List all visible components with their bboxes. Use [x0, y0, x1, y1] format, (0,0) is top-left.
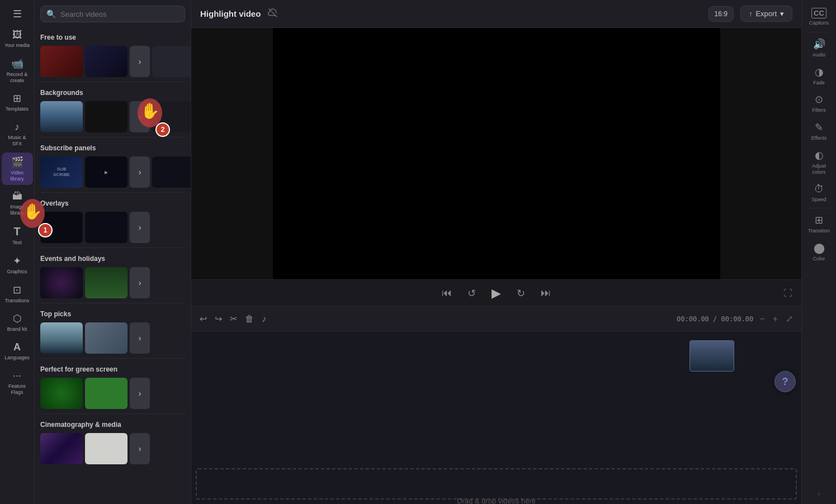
add-audio-button[interactable]: ♪: [260, 312, 268, 326]
top-picks-more-btn[interactable]: ›: [130, 322, 150, 354]
record-icon: 📹: [11, 58, 23, 70]
sidebar-item-record-create[interactable]: 📹 Record & create: [2, 54, 33, 87]
top-picks-thumb-1[interactable]: [40, 322, 83, 354]
events-more-btn[interactable]: ›: [130, 267, 150, 298]
aspect-ratio-button[interactable]: 16:9: [709, 6, 734, 22]
right-item-adjust-colors[interactable]: ◐ Adjust colors: [804, 146, 835, 179]
top-picks-thumb-2[interactable]: [85, 322, 127, 354]
transition-label: Transition: [808, 228, 830, 234]
sidebar-item-image-library[interactable]: 🏔 Image library: [2, 187, 33, 220]
brand-kit-icon: ⬡: [13, 312, 22, 325]
skip-back-button[interactable]: ⏮: [440, 285, 454, 301]
divider-2: [40, 137, 185, 137]
sidebar-item-languages[interactable]: A Languages: [2, 338, 33, 364]
skip-forward-button[interactable]: ⏭: [539, 285, 553, 301]
delete-button[interactable]: 🗑: [243, 312, 256, 326]
cinema-thumb-1[interactable]: [40, 433, 83, 464]
divider-7: [40, 413, 185, 414]
redo-button[interactable]: ↪: [213, 312, 224, 326]
audio-label: Audio: [813, 52, 825, 58]
green-screen-thumb-2[interactable]: [85, 378, 127, 409]
section-subscribe-panels: Subscribe panels SUBSCRIBE ▶ ›: [35, 140, 191, 190]
right-item-color[interactable]: ⬤ Color: [804, 239, 835, 265]
subscribe-more-btn[interactable]: ›: [130, 156, 150, 188]
right-item-audio[interactable]: 🔊 Audio: [804, 35, 835, 61]
right-item-speed[interactable]: ⏱ Speed: [804, 180, 835, 206]
backgrounds-thumb-2[interactable]: [85, 101, 127, 132]
video-clip-thumbnail[interactable]: [689, 340, 734, 372]
free-thumb-1[interactable]: [40, 46, 83, 77]
subscribe-thumb-3[interactable]: [152, 156, 191, 188]
brand-kit-label: Brand kit: [7, 326, 27, 332]
backgrounds-more-btn[interactable]: ›: [130, 101, 150, 132]
cinematography-more-btn[interactable]: ›: [130, 433, 150, 464]
right-item-captions[interactable]: CC Captions: [804, 4, 835, 30]
collapse-sidebar-button[interactable]: ‹: [814, 488, 825, 500]
effects-label: Effects: [811, 135, 826, 141]
languages-label: Languages: [4, 355, 30, 361]
overlays-thumbnails: ›: [40, 212, 185, 243]
fade-icon: ◑: [815, 66, 824, 78]
play-button[interactable]: ▶: [489, 284, 503, 303]
section-green-screen: Perfect for green screen ›: [35, 361, 191, 411]
backgrounds-thumb-3[interactable]: [152, 101, 191, 132]
current-time: 00:00.00: [677, 315, 709, 323]
color-label: Color: [813, 256, 825, 262]
right-item-transition[interactable]: ⊞ Transition: [804, 211, 835, 237]
search-box[interactable]: 🔍: [40, 6, 185, 22]
chevron-right-icon-2: ›: [139, 112, 141, 121]
sidebar-item-graphics[interactable]: ✦ Graphics: [2, 251, 33, 278]
subscribe-thumb-2[interactable]: ▶: [85, 156, 127, 188]
templates-label: Templates: [6, 106, 29, 112]
cut-button[interactable]: ✂: [228, 312, 239, 326]
music-icon: ♪: [15, 121, 20, 133]
expand-button[interactable]: ⛶: [783, 288, 792, 298]
section-title-cinematography: Cinematography & media: [40, 421, 185, 429]
captions-label: Captions: [809, 20, 829, 26]
right-item-filters[interactable]: ⊙ Filters: [804, 90, 835, 117]
help-button[interactable]: ?: [774, 371, 796, 392]
zoom-in-button[interactable]: +: [771, 312, 780, 326]
right-item-effects[interactable]: ✎ Effects: [804, 118, 835, 145]
search-input[interactable]: [60, 10, 179, 18]
graphics-icon: ✦: [13, 255, 21, 267]
text-label: Text: [12, 240, 22, 246]
green-screen-thumb-1[interactable]: [40, 378, 83, 409]
sidebar-item-text[interactable]: T Text: [2, 222, 33, 249]
free-to-use-more-btn[interactable]: ›: [130, 46, 150, 77]
right-item-fade[interactable]: ◑ Fade: [804, 63, 835, 89]
sidebar-item-your-media[interactable]: 🖼 Your media: [2, 26, 33, 52]
free-thumb-2[interactable]: [85, 46, 127, 77]
events-thumb-2[interactable]: [85, 267, 127, 298]
search-area: 🔍: [35, 0, 191, 27]
section-title-green-screen: Perfect for green screen: [40, 365, 185, 373]
green-screen-more-btn[interactable]: ›: [130, 378, 150, 409]
sidebar-item-video-library[interactable]: 🎬 Video library: [2, 153, 33, 186]
sidebar-item-brand-kit[interactable]: ⬡ Brand kit: [2, 309, 33, 336]
cinema-thumb-2[interactable]: [85, 433, 127, 464]
transition-icon: ⊞: [815, 214, 823, 226]
overlays-thumb-1[interactable]: [40, 212, 83, 243]
export-button[interactable]: ↑ Export ▾: [740, 6, 792, 22]
zoom-out-button[interactable]: −: [758, 312, 766, 326]
backgrounds-thumb-1[interactable]: [40, 101, 83, 132]
hamburger-menu[interactable]: ☰: [2, 4, 33, 23]
forward-button[interactable]: ↻: [514, 285, 527, 302]
rewind-button[interactable]: ↺: [465, 285, 478, 302]
left-navigation: ☰ 🖼 Your media 📹 Record & create ⊞ Templ…: [0, 0, 35, 504]
events-thumb-1[interactable]: [40, 267, 83, 298]
undo-button[interactable]: ↩: [198, 312, 209, 326]
transitions-icon: ⊡: [13, 284, 21, 296]
overlays-thumb-2[interactable]: [85, 212, 127, 243]
fit-button[interactable]: ⤢: [784, 312, 795, 326]
overlays-more-btn[interactable]: ›: [130, 212, 150, 243]
subscribe-thumb-1[interactable]: SUBSCRIBE: [40, 156, 83, 188]
main-area: Highlight video 16:9 ↑ Export ▾ ⏮ ↺ ▶ ↻ …: [191, 0, 801, 504]
sidebar-item-templates[interactable]: ⊞ Templates: [2, 89, 33, 116]
languages-icon: A: [13, 341, 21, 353]
sidebar-item-transitions[interactable]: ⊡ Transitions: [2, 280, 33, 307]
sidebar-item-feature-flags[interactable]: ··· Feature Flags: [2, 367, 33, 399]
sidebar-item-music-sfx[interactable]: ♪ Music & SFX: [2, 118, 33, 150]
drop-zone[interactable]: Drag & drop videos here: [196, 468, 797, 500]
free-thumb-3[interactable]: [152, 46, 191, 77]
